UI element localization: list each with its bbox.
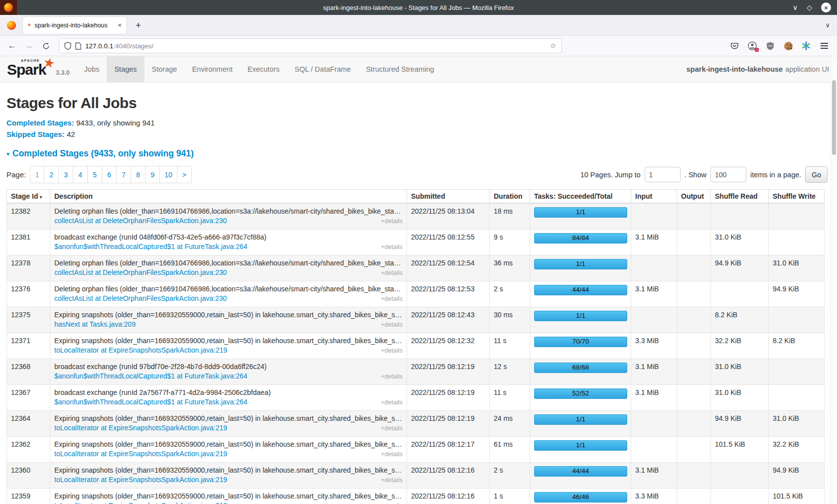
table-row: 12360Expiring snapshots (older_than=1669… <box>7 462 825 488</box>
stage-detail-link[interactable]: collectAsList at DeleteOrphanFilesSparkA… <box>54 217 227 225</box>
list-all-tabs-icon[interactable]: ∨ <box>825 21 833 29</box>
new-tab-button[interactable]: + <box>133 20 144 31</box>
ublock-icon[interactable]: UO <box>765 41 775 51</box>
details-toggle[interactable]: +details <box>381 244 403 251</box>
stage-description: broadcast exchange (runId 97bdf70e-2f28-… <box>54 363 403 371</box>
page-button-8[interactable]: 8 <box>131 166 145 183</box>
account-icon[interactable]: × <box>747 41 757 51</box>
next-page-button[interactable]: > <box>177 166 192 183</box>
page-button-7[interactable]: 7 <box>117 166 131 183</box>
url-bar[interactable]: 127.0.0.1:4040/stages/ ☆ <box>59 38 562 53</box>
application-id-text: spark-ingest-into-lakehouse application … <box>687 56 837 82</box>
nav-item-executors[interactable]: Executors <box>240 56 287 82</box>
stage-detail-link[interactable]: toLocalIterator at ExpireSnapshotsSparkA… <box>54 424 227 432</box>
page-scrollbar[interactable] <box>831 56 837 504</box>
details-toggle[interactable]: +details <box>381 295 403 302</box>
minimize-button[interactable]: ∨ <box>793 4 798 11</box>
column-header-description[interactable]: Description <box>50 190 407 204</box>
nav-item-structured-streaming[interactable]: Structured Streaming <box>358 56 441 82</box>
stage-detail-link[interactable]: toLocalIterator at ExpireSnapshotsSparkA… <box>54 450 227 458</box>
shuffle-read-cell: 31.0 KiB <box>711 229 769 255</box>
tracking-shield-icon[interactable] <box>64 42 71 50</box>
column-header-input[interactable]: Input <box>631 190 677 204</box>
table-row: 12371Expiring snapshots (older_than=1669… <box>7 333 825 359</box>
stage-detail-link[interactable]: toLocalIterator at ExpireSnapshotsSparkA… <box>54 502 227 504</box>
output-cell <box>677 229 711 255</box>
stage-detail-link[interactable]: toLocalIterator at ExpireSnapshotsSparkA… <box>54 476 227 484</box>
column-header-shuffle-read[interactable]: Shuffle Read <box>711 190 769 204</box>
go-button[interactable]: Go <box>805 166 828 183</box>
close-button[interactable]: × <box>821 2 831 12</box>
column-header-stage-id[interactable]: Stage Id▾ <box>7 190 50 204</box>
tab-close-icon[interactable]: × <box>117 21 123 29</box>
details-toggle[interactable]: +details <box>381 373 403 380</box>
url-text[interactable]: 127.0.0.1:4040/stages/ <box>85 42 546 50</box>
pocket-icon[interactable] <box>729 41 739 51</box>
details-toggle[interactable]: +details <box>381 503 403 504</box>
page-info-icon[interactable] <box>75 42 81 50</box>
column-header-shuffle-write[interactable]: Shuffle Write <box>769 190 825 204</box>
forward-button[interactable]: → <box>22 41 36 51</box>
tasks-progress-bar: 68/68 <box>534 363 627 373</box>
completed-stages-link[interactable]: Completed Stages: <box>6 119 74 127</box>
stage-detail-link[interactable]: toLocalIterator at ExpireSnapshotsSparkA… <box>54 346 227 354</box>
stage-detail-link[interactable]: hasNext at Tasks.java:209 <box>54 320 136 328</box>
completed-stages-summary: Completed Stages: 9433, only showing 941 <box>6 119 831 127</box>
back-button[interactable]: ← <box>5 41 19 51</box>
stage-detail-link[interactable]: $anonfun$withThreadLocalCaptured$1 at Fu… <box>54 243 248 251</box>
skipped-stages-link[interactable]: Skipped Stages: <box>6 130 65 138</box>
column-header-duration[interactable]: Duration <box>490 190 530 204</box>
details-toggle[interactable]: +details <box>381 425 403 432</box>
page-button-6[interactable]: 6 <box>102 166 117 183</box>
page-button-10[interactable]: 10 <box>160 166 177 183</box>
firefox-view-button[interactable] <box>4 18 19 33</box>
browser-tab[interactable]: ✶ spark-ingest-into-lakehous × <box>23 17 127 34</box>
submitted-cell: 2022/11/25 08:12:19 <box>407 384 490 410</box>
details-toggle[interactable]: +details <box>381 451 403 458</box>
page-button-3[interactable]: 3 <box>59 166 73 183</box>
nav-item-storage[interactable]: Storage <box>144 56 185 82</box>
details-toggle[interactable]: +details <box>381 477 403 484</box>
page-button-9[interactable]: 9 <box>145 166 160 183</box>
menu-icon[interactable] <box>819 41 829 51</box>
items-per-page-input[interactable] <box>710 167 746 182</box>
tasks-progress-bar: 44/44 <box>534 285 627 295</box>
stage-detail-link[interactable]: collectAsList at DeleteOrphanFilesSparkA… <box>54 268 227 276</box>
table-row: 12381broadcast exchange (runId 048fd06f-… <box>7 229 825 255</box>
nav-item-environment[interactable]: Environment <box>184 56 240 82</box>
input-cell: 3.1 MiB <box>631 462 677 488</box>
completed-stages-section-toggle[interactable]: ▾ Completed Stages (9433, only showing 9… <box>6 148 831 159</box>
nav-item-stages[interactable]: Stages <box>107 56 144 82</box>
nav-item-jobs[interactable]: Jobs <box>77 56 107 82</box>
jump-to-page-input[interactable] <box>645 167 681 182</box>
details-toggle[interactable]: +details <box>381 321 403 328</box>
output-cell <box>677 462 711 488</box>
reload-button[interactable] <box>39 42 53 50</box>
stage-detail-link[interactable]: $anonfun$withThreadLocalCaptured$1 at Fu… <box>54 398 248 406</box>
scrollbar-thumb[interactable] <box>832 80 836 155</box>
details-toggle[interactable]: +details <box>381 399 403 406</box>
bookmark-star-icon[interactable]: ☆ <box>550 41 557 50</box>
firefox-app-icon[interactable] <box>0 0 17 15</box>
column-header-output[interactable]: Output <box>677 190 711 204</box>
spark-brand[interactable]: APACHE Spark ★ 3.3.0 <box>0 56 77 82</box>
stage-detail-link[interactable]: collectAsList at DeleteOrphanFilesSparkA… <box>54 294 227 302</box>
asterisk-extension-icon[interactable] <box>801 41 811 51</box>
page-button-5[interactable]: 5 <box>88 166 102 183</box>
page-button-1[interactable]: 1 <box>30 166 44 183</box>
nav-item-sql-dataframe[interactable]: SQL / DataFrame <box>287 56 358 82</box>
page-button-4[interactable]: 4 <box>73 166 88 183</box>
stage-detail-link[interactable]: $anonfun$withThreadLocalCaptured$1 at Fu… <box>54 372 248 380</box>
tasks-progress-text: 44/44 <box>535 286 627 293</box>
maximize-button[interactable]: ◇ <box>807 4 812 11</box>
details-toggle[interactable]: +details <box>381 347 403 354</box>
details-toggle[interactable]: +details <box>381 269 403 276</box>
page-button-2[interactable]: 2 <box>44 166 59 183</box>
firefox-view-icon <box>7 21 16 30</box>
stage-description: Expiring snapshots (older_than=166932055… <box>54 492 403 500</box>
submitted-cell: 2022/11/25 08:13:04 <box>407 203 490 229</box>
cookie-extension-icon[interactable] <box>783 41 793 51</box>
column-header-submitted[interactable]: Submitted <box>407 190 490 204</box>
details-toggle[interactable]: +details <box>381 218 403 225</box>
column-header-tasks-succeeded-total[interactable]: Tasks: Succeeded/Total <box>530 190 631 204</box>
